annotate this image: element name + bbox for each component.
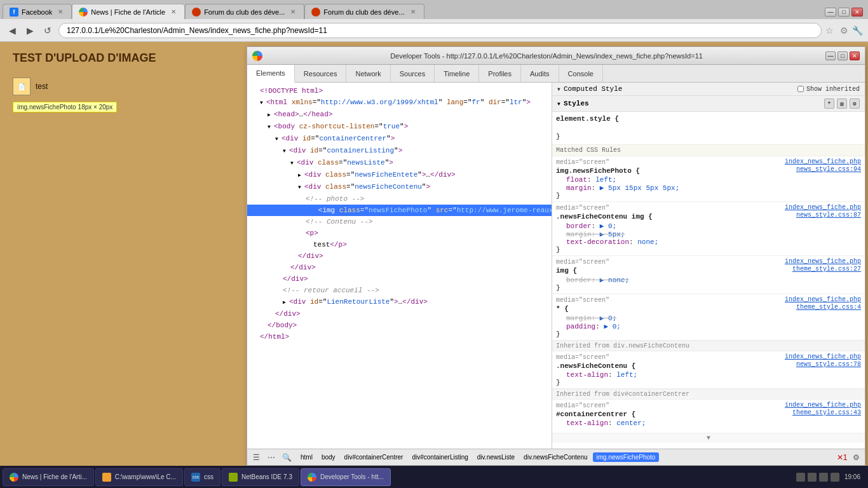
file-name: test: [36, 82, 48, 91]
taskbar-devtools[interactable]: Developer Tools - htt...: [301, 468, 391, 486]
css-rule-1-source1[interactable]: index_news_fiche.php: [785, 158, 861, 165]
back-button[interactable]: ◀: [5, 24, 19, 37]
css-rule-1-source-line-text[interactable]: news_style.css:94: [796, 166, 861, 173]
css-rule-inh1-prop-textalign: text-align: left;: [556, 371, 861, 379]
css-rule-inh1-source1[interactable]: index_news_fiche.php: [785, 353, 861, 360]
styles-title: Styles: [564, 100, 824, 107]
breadcrumb-container-centrer[interactable]: div#containerCentrer: [341, 452, 407, 462]
tab-profiles[interactable]: Profiles: [479, 65, 521, 82]
dom-line-fiche-contenu[interactable]: <div class="newsFicheContenu">: [247, 181, 552, 193]
taskbar-folder-icon: [102, 473, 111, 482]
dom-line-container-listing[interactable]: <div id="containerListing">: [247, 145, 552, 157]
taskbar-news-article[interactable]: News | Fiche de l'Arti...: [3, 468, 94, 486]
computed-style-triangle[interactable]: [557, 85, 564, 93]
tab-facebook-close[interactable]: ✕: [56, 8, 65, 17]
refresh-button[interactable]: ↺: [41, 24, 55, 37]
element-style-selector: element.style {: [556, 115, 861, 123]
tab-network[interactable]: Network: [346, 65, 390, 82]
taskbar-news-label: News | Fiche de l'Arti...: [22, 473, 87, 480]
wrench-icon[interactable]: ⚙: [840, 25, 848, 36]
taskbar-netbeans[interactable]: NetBeans IDE 7.3: [222, 468, 299, 486]
search-dom-icon[interactable]: 🔍: [280, 451, 293, 464]
devtools-close[interactable]: ✕: [850, 51, 860, 60]
breadcrumb-news-liste[interactable]: div.newsListe: [473, 452, 519, 462]
css-rule-2: media="screen" index_news_fiche.php news…: [552, 202, 865, 256]
tab-forum1-close[interactable]: ✕: [288, 8, 297, 17]
taskbar-css[interactable]: css css: [184, 468, 220, 486]
tab-forum2[interactable]: Forum du club des déve... ✕: [304, 4, 424, 19]
browser-close[interactable]: ✕: [851, 8, 863, 17]
css-rule-3-source1[interactable]: index_news_fiche.php: [785, 258, 861, 265]
forward-button[interactable]: ▶: [23, 24, 37, 37]
dom-line-body[interactable]: <body cz-shortcut-listen="true">: [247, 121, 552, 133]
show-inherited-checkbox[interactable]: [797, 86, 804, 92]
tab-sources[interactable]: Sources: [391, 65, 435, 82]
breadcrumb-img[interactable]: img.newsFichePhoto: [593, 452, 660, 462]
tab-news-close[interactable]: ✕: [169, 8, 178, 17]
browser-maximize[interactable]: □: [838, 8, 850, 17]
tab-timeline[interactable]: Timeline: [435, 65, 479, 82]
breadcrumb-fiche-contenu[interactable]: div.newsFicheContenu: [520, 452, 591, 462]
tab-resources[interactable]: Resources: [295, 65, 347, 82]
css-rule-3-source-line[interactable]: theme_style.css:27: [792, 266, 861, 273]
tab-forum2-close[interactable]: ✕: [409, 8, 417, 17]
settings-icon[interactable]: ⚙: [850, 451, 862, 464]
image-tooltip: img.newsFichePhoto 18px × 20px: [13, 102, 117, 112]
tab-facebook[interactable]: f Facebook ✕: [3, 4, 72, 19]
taskbar: News | Fiche de l'Arti... C:\wamp\www\Le…: [0, 466, 868, 488]
styles-triangle[interactable]: [557, 100, 564, 107]
css-rule-inh2-prop-textalign: text-align: center;: [556, 419, 861, 427]
css-rule-inh2-source1[interactable]: index_news_fiche.php: [785, 402, 861, 409]
error-count[interactable]: ✕1: [836, 451, 848, 464]
styles-actions: + ▤ ⚙: [824, 98, 860, 109]
css-rule-inh1-source-line[interactable]: news_style.css:78: [796, 361, 861, 368]
css-rule-inh2-source-line[interactable]: theme_style.css:43: [792, 409, 861, 416]
taskbar-time: 19:06: [844, 473, 860, 480]
devtools-minimize[interactable]: —: [825, 51, 836, 60]
gear-style-btn[interactable]: ⚙: [850, 98, 860, 109]
tab-news-article[interactable]: News | Fiche de l'Article ✕: [72, 4, 185, 19]
dom-line-img-selected[interactable]: <img class="newsFichePhoto" src="http://…: [247, 205, 552, 216]
tab-forum1-label: Forum du club des déve...: [204, 8, 285, 16]
tab-elements[interactable]: Elements: [247, 65, 295, 83]
css-rule-4-source1[interactable]: index_news_fiche.php: [785, 296, 861, 303]
tab-console[interactable]: Console: [559, 65, 603, 82]
breadcrumb-body[interactable]: body: [318, 452, 339, 462]
page-tools-icon[interactable]: 🔧: [852, 25, 863, 36]
browser-minimize[interactable]: —: [825, 8, 836, 17]
taskbar-devtools-label: Developer Tools - htt...: [320, 473, 384, 480]
css-rule-4-source-line[interactable]: theme_style.css:4: [796, 304, 861, 311]
tab-audits[interactable]: Audits: [521, 65, 559, 82]
css-scroll-arrow: ▼: [552, 433, 865, 443]
computed-style-header[interactable]: Computed Style Show inherited: [552, 83, 865, 96]
inspect-icon[interactable]: ☰: [250, 451, 262, 464]
dom-actions-icon[interactable]: ⋯: [265, 451, 278, 464]
devtools-body: <!DOCTYPE html> <html xmlns="http://www.…: [247, 83, 865, 449]
dom-line-p[interactable]: <p>: [247, 227, 552, 239]
bookmark-icon[interactable]: ☆: [825, 25, 834, 36]
element-style-block: element.style { }: [552, 112, 865, 145]
dom-line-head[interactable]: <head>…</head>: [247, 109, 552, 121]
dom-line-lien-retour[interactable]: <div id="LienRetourListe">…</div>: [247, 296, 552, 308]
taskbar-folder[interactable]: C:\wamp\www\Le C...: [95, 468, 183, 486]
dom-line-container-centrer[interactable]: <div id="containerCentrer">: [247, 133, 552, 145]
dom-line-html[interactable]: <html xmlns="http://www.w3.org/1999/xhtm…: [247, 97, 552, 109]
add-style-btn[interactable]: +: [824, 98, 834, 109]
css-rule-2-media-row: media="screen" index_news_fiche.php: [556, 204, 861, 212]
dom-line-news-liste[interactable]: <div class="newsListe">: [247, 157, 552, 169]
css-rule-2-prop-margin: margin: ▶ 5px;: [556, 230, 861, 238]
breadcrumb-html[interactable]: html: [297, 452, 316, 462]
dom-panel[interactable]: <!DOCTYPE html> <html xmlns="http://www.…: [247, 83, 552, 449]
breadcrumb-container-listing[interactable]: div#containerListing: [408, 452, 471, 462]
devtools-maximize[interactable]: □: [837, 51, 848, 60]
css-rule-inh1-close: }: [556, 379, 861, 386]
toggle-style-btn[interactable]: ▤: [837, 98, 847, 109]
tab-forum1[interactable]: Forum du club des déve... ✕: [185, 4, 304, 19]
css-rule-2-source-line[interactable]: news_style.css:87: [796, 212, 861, 219]
css-panel[interactable]: Computed Style Show inherited Styles + ▤…: [552, 83, 865, 449]
css-rule-2-source1[interactable]: index_news_fiche.php: [785, 204, 861, 211]
css-rule-2-prop-textdec: text-decoration: none;: [556, 238, 861, 246]
dom-line-fiche-entete[interactable]: <div class="newsFicheEntete">…</div>: [247, 169, 552, 181]
css-rule-1-media: media="screen" index_news_fiche.php: [556, 158, 861, 166]
address-input[interactable]: [58, 23, 822, 38]
